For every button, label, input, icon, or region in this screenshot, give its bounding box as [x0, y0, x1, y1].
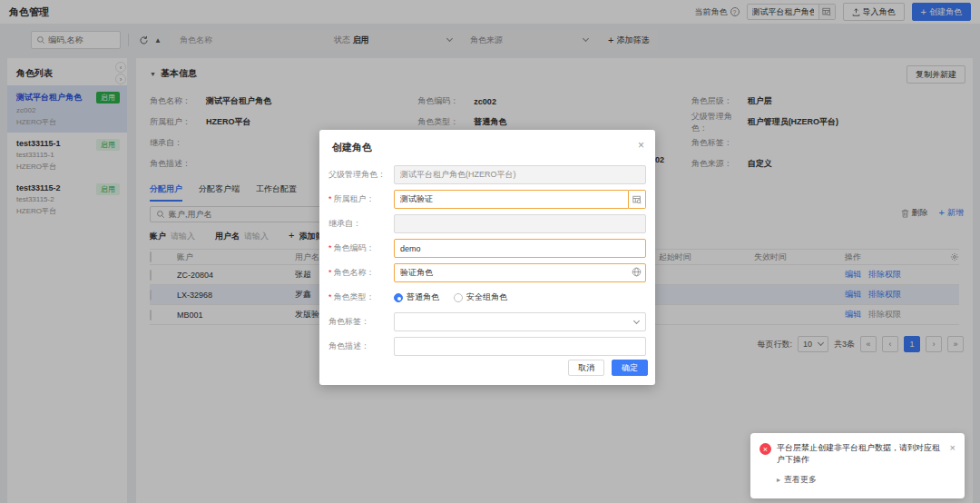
- globe-icon[interactable]: [632, 267, 642, 277]
- form-row-name: *角色名称：: [328, 263, 646, 282]
- view-more-link[interactable]: ▸ 查看更多: [777, 474, 956, 486]
- form-label: *角色名称：: [328, 267, 394, 279]
- radio-unchecked-icon: [454, 293, 463, 302]
- toast-close-icon[interactable]: ×: [950, 442, 956, 466]
- caret-right-icon: ▸: [777, 476, 780, 484]
- required-marker: *: [328, 292, 332, 301]
- required-marker: *: [328, 243, 332, 252]
- form-row-code: *角色编码：: [328, 239, 646, 258]
- form-row-parent-role: 父级管理角色：: [328, 165, 646, 184]
- confirm-button[interactable]: 确定: [612, 360, 648, 376]
- form-label: 父级管理角色：: [328, 169, 394, 181]
- role-desc-input[interactable]: [394, 337, 646, 356]
- role-name-input[interactable]: [394, 263, 646, 282]
- role-management-page: 角色管理 当前角色 ? 导入角色 + 创建角色: [0, 0, 980, 503]
- parent-role-input: [394, 165, 646, 184]
- tenant-input[interactable]: [394, 190, 629, 209]
- form-row-type: *角色类型： 普通角色 安全组角色: [328, 288, 646, 307]
- inherit-input: [394, 214, 646, 233]
- radio-security-group-role[interactable]: 安全组角色: [454, 291, 507, 303]
- form-row-tenant: *所属租户：: [328, 190, 646, 209]
- form-label: 角色标签：: [328, 316, 394, 328]
- form-label: 角色描述：: [328, 340, 394, 352]
- error-toast: × 平台层禁止创建非平台租户数据，请到对应租户下操作 × ▸ 查看更多: [750, 433, 965, 498]
- form-row-inherit: 继承自：: [328, 214, 646, 233]
- tenant-lookup-icon[interactable]: [629, 190, 646, 209]
- chevron-down-icon: [633, 317, 640, 323]
- modal-footer: 取消 确定: [568, 360, 648, 376]
- modal-body: 父级管理角色： *所属租户： 继承自： *角: [319, 154, 655, 356]
- radio-normal-role[interactable]: 普通角色: [394, 291, 439, 303]
- radio-checked-icon: [394, 293, 403, 302]
- required-marker: *: [328, 268, 332, 277]
- cancel-button[interactable]: 取消: [568, 360, 604, 376]
- modal-title: 创建角色: [332, 142, 372, 153]
- modal-header: 创建角色 ×: [319, 130, 655, 154]
- role-tag-select[interactable]: [394, 312, 646, 331]
- required-marker: *: [328, 194, 332, 203]
- form-row-tag: 角色标签：: [328, 312, 646, 331]
- form-label: *角色类型：: [328, 291, 394, 303]
- close-icon[interactable]: ×: [638, 139, 644, 152]
- form-label: 继承自：: [328, 218, 394, 230]
- toast-message: 平台层禁止创建非平台租户数据，请到对应租户下操作: [777, 442, 945, 466]
- role-code-input[interactable]: [394, 239, 646, 258]
- form-label: *角色编码：: [328, 242, 394, 254]
- create-role-modal: 创建角色 × 父级管理角色： *所属租户：: [319, 130, 655, 385]
- error-icon: ×: [760, 443, 771, 455]
- form-row-desc: 角色描述：: [328, 337, 646, 356]
- form-label: *所属租户：: [328, 193, 394, 205]
